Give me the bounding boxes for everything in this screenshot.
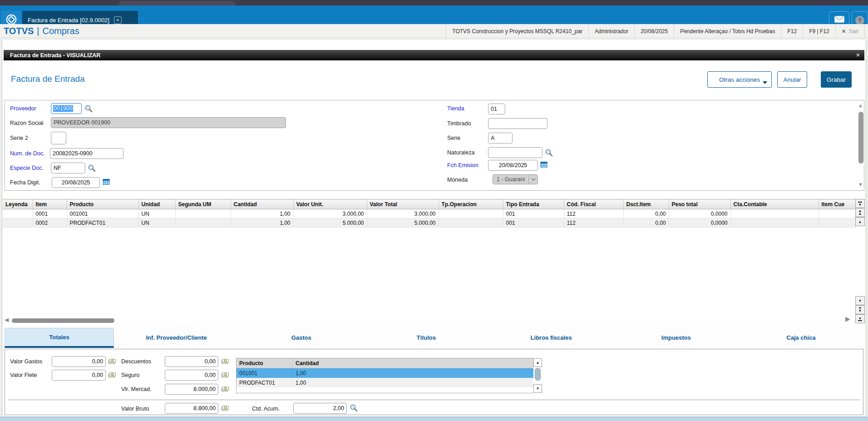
save-button[interactable]: Grabar [821, 71, 852, 88]
col-cod-fiscal[interactable]: Cód. Fiscal [564, 199, 623, 209]
acum-col-producto[interactable]: Producto [237, 358, 293, 368]
col-producto[interactable]: Producto [67, 199, 138, 209]
serie-field[interactable] [488, 133, 513, 144]
app-tab-close-icon[interactable]: × [114, 16, 122, 24]
ctd-acum-search-icon[interactable] [350, 404, 358, 414]
col-leyenda[interactable]: Leyenda [3, 199, 33, 209]
form-scroll-up-icon[interactable]: ▲ [858, 103, 863, 108]
col-unidad[interactable]: Unidad [138, 199, 175, 209]
tab-totales[interactable]: Totales [5, 328, 114, 348]
fch-emision-label[interactable]: Fch Emision [447, 162, 478, 168]
tab-libros-fiscales[interactable]: Libros fiscales [489, 327, 614, 348]
env-status[interactable]: Pendente Alteraçao / Totvs Hd Pruebas [674, 24, 781, 38]
proveedor-field[interactable]: 001900 [51, 103, 82, 114]
especie-doc-field[interactable] [51, 163, 85, 173]
horizontal-scrollbar-thumb[interactable] [12, 318, 114, 323]
especie-doc-label[interactable]: Especie Doc. [10, 165, 44, 171]
chevron-down-icon [763, 81, 767, 84]
fecha-digit-calendar-icon[interactable] [103, 178, 110, 187]
scroll-page-up-button[interactable]: ▲▲ [855, 208, 865, 217]
valor-flete-field[interactable] [52, 370, 106, 381]
tab-inf-proveedor-cliente[interactable]: Inf. Proveedor/Cliente [114, 327, 239, 348]
tienda-label[interactable]: Tienda [447, 105, 464, 112]
vlr-mercad-field[interactable] [165, 384, 218, 395]
col-dsct-item[interactable]: Dsct.Item [623, 199, 669, 209]
col-item-cuenta[interactable]: Item Cue [819, 199, 855, 209]
scroll-up-button[interactable]: ▲ [855, 217, 865, 226]
table-row[interactable]: 0001 001001 UN 1,00 3.000,00 3.000,00 00… [3, 209, 855, 218]
ctd-acum-field[interactable] [293, 403, 347, 414]
col-peso-total[interactable]: Peso total [669, 199, 730, 209]
form-scroll-down-icon[interactable]: ▼ [858, 182, 863, 187]
env-key-f9f12[interactable]: F9 | F12 [803, 24, 835, 38]
tienda-field[interactable] [488, 104, 505, 114]
other-actions-button[interactable]: Otras acciones [707, 71, 772, 88]
scroll-page-down-button[interactable]: ▼▼ [855, 305, 865, 314]
scroll-left-icon[interactable]: ◀ [5, 317, 9, 323]
fch-emision-field[interactable] [488, 160, 538, 171]
list-item[interactable]: 001001 1,00 [237, 368, 533, 378]
col-tp-operacion[interactable]: Tp.Operacion [439, 199, 503, 209]
tab-impuestos[interactable]: Impuestos [614, 327, 739, 348]
down-arrow-icon: ▼ [536, 386, 540, 391]
fch-emision-calendar-icon[interactable] [540, 161, 547, 170]
descuentos-field[interactable] [165, 356, 218, 367]
vlr-mercad-money-icon[interactable] [221, 386, 229, 394]
void-button[interactable]: Anular [777, 71, 807, 88]
num-doc-field[interactable] [50, 148, 123, 159]
valor-flete-money-icon[interactable] [108, 372, 116, 380]
table-row[interactable]: 0002 PRODFACT01 UN 1,00 5.000,00 5.000,0… [3, 218, 855, 228]
acum-col-cantidad[interactable]: Cantidad [293, 358, 533, 368]
exit-button[interactable]: ✕ Sair [835, 24, 865, 38]
timbrado-field[interactable] [488, 118, 547, 129]
env-date[interactable]: 20/08/2025 [634, 24, 674, 38]
acum-scroll-down-button[interactable]: ▼ [533, 384, 542, 393]
proveedor-label[interactable]: Proveedor [10, 105, 36, 112]
seguro-field[interactable] [165, 370, 218, 381]
serie-label: Serie [447, 135, 460, 141]
moneda-select: 1 - Guarani [493, 174, 538, 184]
col-segunda-um[interactable]: Segunda UM [175, 199, 231, 209]
env-name[interactable]: TOTVS Construccion y Proyectos MSSQL R24… [446, 24, 588, 38]
valor-bruto-field[interactable] [165, 403, 218, 414]
acum-scroll-up-button[interactable]: ▲ [533, 358, 542, 367]
valor-gastos-money-icon[interactable] [108, 358, 116, 367]
app-tab-title: Factura de Entrada [02.9.0002] [28, 17, 109, 24]
scroll-down-button[interactable]: ▼ [855, 296, 865, 305]
proveedor-search-icon[interactable] [84, 104, 93, 114]
env-key-f12[interactable]: F12 [781, 24, 803, 38]
valor-bruto-label: Valor Bruto [121, 406, 149, 412]
col-item[interactable]: Item [33, 199, 67, 209]
fecha-digit-field[interactable] [52, 177, 100, 188]
naturaleza-search-icon[interactable] [545, 149, 553, 158]
dialog-close-icon[interactable]: × [856, 50, 860, 60]
moneda-chevron-down-icon[interactable] [528, 175, 538, 184]
col-tipo-entrada[interactable]: Tipo Entrada [503, 199, 564, 209]
num-doc-label[interactable]: Num. de Doc. [10, 150, 44, 157]
descuentos-money-icon[interactable] [221, 358, 229, 367]
seguro-money-icon[interactable] [221, 372, 229, 380]
form-scrollbar-thumb[interactable] [858, 112, 863, 163]
tab-gastos[interactable]: Gastos [239, 327, 364, 348]
serie2-field[interactable] [51, 132, 66, 144]
tab-titulos[interactable]: Títulos [364, 327, 488, 348]
valor-bruto-money-icon[interactable] [221, 405, 229, 413]
valor-gastos-field[interactable] [52, 356, 106, 367]
scroll-to-top-button[interactable]: ▲ [855, 199, 865, 208]
col-cantidad[interactable]: Cantidad [231, 199, 293, 209]
scroll-right-icon[interactable]: ▶ [845, 315, 850, 322]
col-cta-contable[interactable]: Cta.Contable [730, 199, 819, 209]
naturaleza-field[interactable] [488, 147, 542, 158]
tab-caja-chica[interactable]: Caja chica [739, 327, 863, 348]
especie-doc-search-icon[interactable] [88, 164, 96, 174]
acum-grid-header: Producto Cantidad [237, 358, 533, 368]
env-user[interactable]: Administrador [588, 24, 634, 38]
col-valor-unit[interactable]: Valor Unit. [293, 199, 367, 209]
scroll-to-bottom-button[interactable]: ▼ [855, 314, 865, 323]
app-window: Factura de Entrada [02.9.0002] × ? TOTVS… [0, 0, 868, 421]
valor-flete-label: Valor Flete [10, 372, 37, 378]
col-valor-total[interactable]: Valor Total [367, 199, 439, 209]
page-title: Factura de Entrada [11, 74, 85, 84]
acum-scrollbar-thumb[interactable] [535, 368, 541, 381]
list-item[interactable]: PRODFACT01 1,00 [237, 378, 533, 387]
